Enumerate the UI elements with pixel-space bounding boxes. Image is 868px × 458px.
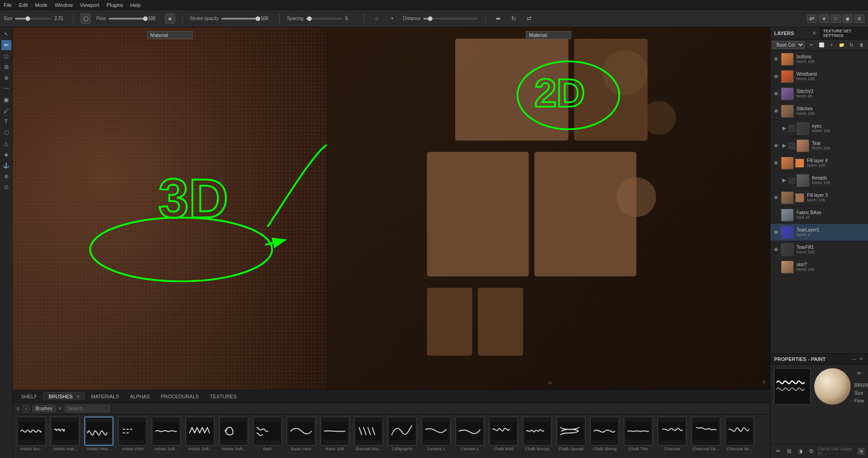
layer-visibility[interactable]: 👁 (772, 125, 780, 132)
brush-item[interactable]: Basic Hard (285, 417, 317, 451)
prop-grid-icon[interactable]: ⊞ (866, 368, 868, 378)
layer-visibility[interactable]: 👁 (772, 263, 780, 271)
layer-visibility[interactable]: 👁 (772, 177, 780, 184)
shelf-tab-procedurals[interactable]: PROCEDURALS (156, 393, 204, 400)
brush-item[interactable]: Chalk Strong (589, 417, 621, 451)
prop-bottom-icon-3[interactable]: ◑ (796, 446, 804, 456)
geometry-tool[interactable]: △ (1, 139, 11, 149)
brush-item[interactable]: Chalk Bumpy (521, 417, 553, 451)
shelf-tab-close[interactable]: ✕ (76, 394, 80, 399)
layer-item[interactable]: 👁 StitchV2 Norm 85 (770, 85, 868, 103)
dot-shape-icon[interactable]: • (387, 14, 397, 24)
prop-bottom-icon-1[interactable]: ✏ (774, 446, 782, 456)
prop-brush-icon[interactable]: ✏ (854, 368, 864, 378)
projection-tool[interactable]: ⊞ (1, 62, 11, 72)
brush-item[interactable]: Basmati Bru... (353, 417, 385, 451)
layer-visibility[interactable]: 👁 (772, 229, 780, 236)
brush-item[interactable]: Artistic Bru... (15, 417, 47, 451)
3d-material-dropdown[interactable]: Material (147, 31, 193, 39)
size-slider-container[interactable] (15, 18, 51, 20)
layer-item[interactable]: 👁 ▶ eyes Norm 100 (770, 120, 868, 137)
anchor-tool[interactable]: ⚓ (1, 160, 11, 170)
shelf-filter-icon[interactable]: ≡ (16, 406, 20, 412)
brush-item[interactable]: Cement 1 (420, 417, 452, 451)
layer-item[interactable]: 👁 ▶ threads Norm 100 (770, 172, 868, 189)
layer-visibility[interactable]: 👁 (772, 108, 780, 115)
prop-bottom-icon-4[interactable]: ⚙ (807, 446, 815, 456)
menu-item-plugins[interactable]: Plugins (107, 2, 123, 8)
layer-visibility[interactable]: 👁 (772, 160, 780, 167)
menu-item-window[interactable]: Window (55, 2, 72, 8)
rotate-icon[interactable]: ↻ (508, 14, 519, 24)
layer-visibility[interactable]: 👁 (772, 194, 780, 201)
brush-item[interactable]: Artistic Hair... (49, 417, 81, 451)
brush-item[interactable]: Bark (252, 417, 283, 451)
layer-item[interactable]: 👁 ▶ Tear Norm 100 (770, 137, 868, 154)
brush-item[interactable]: Chalk Thin (622, 417, 654, 451)
layer-visibility[interactable]: 👁 (772, 90, 780, 98)
brush-item[interactable]: Artistic Soft... (150, 417, 182, 451)
flip-icon[interactable]: ⇄ (524, 14, 534, 24)
spacing-slider[interactable] (306, 18, 343, 20)
layers-panel-tab[interactable]: LAYERS ✕ (770, 27, 821, 39)
shelf-tab-shelf[interactable]: SHELF (16, 393, 41, 400)
brush-item[interactable]: Artistic Soft... (218, 417, 250, 451)
brush-item[interactable]: Charcoal (656, 417, 688, 451)
prop-grid-btn[interactable]: ⊞ (858, 448, 864, 454)
layer-item[interactable]: 👁 Fill layer 3 Norm 100 (770, 189, 868, 206)
brush-item[interactable]: Charcoal Str... (690, 417, 722, 451)
shelf-tab-brushes[interactable]: BRUSHES ✕ (43, 392, 84, 400)
shelf-filter-tag[interactable]: Brushes (32, 405, 56, 412)
photo-icon-btn[interactable]: ▣ (842, 15, 853, 23)
brush-item[interactable]: Artistic Soft... (184, 417, 216, 451)
prop-bottom-icon-2[interactable]: ⊞ (785, 446, 793, 456)
menu-item-viewport[interactable]: Viewport (80, 2, 99, 8)
layer-item[interactable]: 👁 Stitches Norm 100 (770, 103, 868, 120)
layer-item[interactable]: 👁 TearFill1 Norm 100 (770, 241, 868, 258)
layers-close[interactable]: ✕ (812, 30, 817, 36)
shelf-filter-close[interactable]: ✕ (58, 406, 62, 411)
mesh-tool[interactable]: ⬡ (1, 128, 11, 138)
layer-item[interactable]: 👁 buttons Norm 100 (770, 51, 868, 68)
stroke-opacity-slider[interactable] (221, 18, 258, 20)
2d-material-dropdown[interactable]: Material (526, 31, 571, 39)
picker-tool[interactable]: 🖊 (1, 106, 11, 116)
prop-minimize[interactable]: — (851, 356, 857, 362)
layer-item[interactable]: 👁 Wristband Norm 100 (770, 68, 868, 85)
shelf-tab-alphas[interactable]: ALPHAS (125, 393, 154, 400)
extra-tool[interactable]: ⊙ (1, 182, 11, 192)
layer-visibility[interactable]: 👁 (772, 246, 780, 253)
clone-tool[interactable]: ⊕ (1, 73, 11, 83)
text-tool[interactable]: T (1, 117, 11, 127)
distance-slider-container[interactable] (423, 18, 478, 20)
bake-tool[interactable]: ◈ (1, 149, 11, 160)
layer-tool-folder[interactable]: 📁 (837, 41, 846, 49)
layer-visibility[interactable]: 👁 (772, 73, 780, 80)
menu-item-mode[interactable]: Mode (35, 2, 48, 8)
light-icon-btn[interactable]: ⬡ (831, 15, 841, 23)
brush-item[interactable]: Chalk Spread (555, 417, 587, 451)
layer-tool-add[interactable]: + (827, 41, 836, 49)
brush-item[interactable]: Chalk Bold (488, 417, 519, 451)
camera-icon-btn[interactable]: 🖥 (819, 15, 829, 23)
brush-item[interactable]: Artistic Print (117, 417, 149, 451)
menu-item-edit[interactable]: Edit (19, 2, 28, 8)
erase-tool[interactable]: ◻ (1, 51, 11, 61)
shelf-circle-icon[interactable]: ○ (22, 405, 30, 412)
fill-tool[interactable]: ▣ (1, 95, 11, 105)
select-tool[interactable]: ↖ (1, 29, 11, 39)
layer-visibility[interactable]: 👁 (772, 142, 780, 149)
layer-tool-delete[interactable]: 🗑 (857, 41, 866, 49)
shelf-tab-materials[interactable]: MATERIALS (87, 393, 124, 400)
prop-close[interactable]: ✕ (858, 356, 864, 362)
layer-visibility[interactable]: 👁 (772, 211, 780, 219)
smudge-tool[interactable]: 〰 (1, 84, 11, 94)
flow-slider[interactable] (109, 18, 145, 20)
brush-shape-btn[interactable]: ◯ (81, 14, 91, 24)
layer-visibility[interactable]: 👁 (772, 56, 780, 63)
layer-tool-brush[interactable]: ✏ (807, 41, 816, 49)
menu-item-help[interactable]: Help (130, 2, 141, 8)
brush-item[interactable]: Artistic Hea... (83, 417, 115, 451)
brush-type-btn[interactable]: ◈ (165, 14, 175, 24)
shelf-tab-textures[interactable]: TEXTURES (205, 393, 241, 400)
